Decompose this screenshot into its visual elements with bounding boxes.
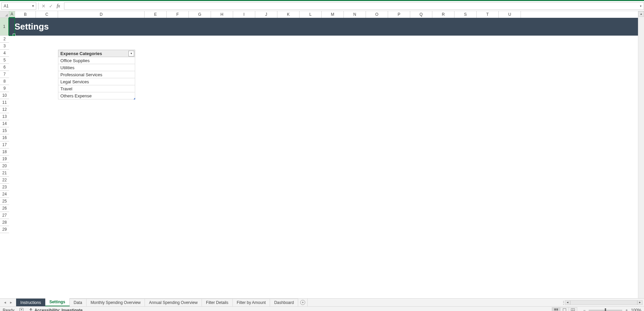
page-break-view-button[interactable] xyxy=(569,307,577,311)
horizontal-scrollbar[interactable]: ◄ ► xyxy=(564,299,644,306)
sheet-tab[interactable]: Data xyxy=(70,299,87,306)
sheet-tab[interactable]: Settings xyxy=(45,298,69,306)
name-box[interactable]: A1 ▼ xyxy=(1,2,36,10)
table-row[interactable]: Travel xyxy=(58,85,135,92)
row-header[interactable]: 16 xyxy=(0,134,9,141)
column-header[interactable]: R xyxy=(432,11,454,18)
row-header[interactable]: 29 xyxy=(0,226,9,233)
row-header[interactable]: 8 xyxy=(0,78,9,85)
column-header[interactable]: J xyxy=(255,11,277,18)
row-header[interactable]: 23 xyxy=(0,184,9,191)
column-header[interactable]: I xyxy=(233,11,255,18)
row-header[interactable]: 27 xyxy=(0,212,9,219)
column-header[interactable]: B xyxy=(15,11,36,18)
zoom-in-button[interactable]: + xyxy=(624,308,629,311)
expense-categories-table: Expense Categories ▼ Office SuppliesUtil… xyxy=(58,50,135,99)
row-header[interactable]: 11 xyxy=(0,99,9,106)
formula-input[interactable] xyxy=(64,2,638,10)
accessibility-status[interactable]: Accessibility: Investigate xyxy=(29,308,83,311)
column-header[interactable]: E xyxy=(145,11,167,18)
table-row[interactable]: Office Supplies xyxy=(58,57,135,64)
row-header[interactable]: 12 xyxy=(0,106,9,113)
row-header[interactable]: 26 xyxy=(0,205,9,212)
scroll-right-button[interactable]: ► xyxy=(637,300,643,305)
column-header[interactable]: G xyxy=(189,11,211,18)
expense-categories-header[interactable]: Expense Categories ▼ xyxy=(58,50,135,57)
row-header[interactable]: 18 xyxy=(0,148,9,156)
status-bar: Ready Accessibility: Investigate − + 100… xyxy=(0,306,644,311)
normal-view-button[interactable] xyxy=(552,307,560,311)
row-header[interactable]: 4 xyxy=(0,50,9,57)
column-header[interactable]: F xyxy=(167,11,189,18)
table-row[interactable]: Utilities xyxy=(58,64,135,71)
sheet-tab[interactable]: Instructions xyxy=(16,299,45,306)
row-header[interactable]: 10 xyxy=(0,92,9,99)
sheet-tab[interactable]: Annual Spending Overview xyxy=(145,299,202,306)
sheet-next-button[interactable]: ► xyxy=(9,301,13,304)
filter-dropdown-button[interactable]: ▼ xyxy=(128,51,134,56)
row-header[interactable]: 1 xyxy=(0,18,9,36)
row-header[interactable]: 25 xyxy=(0,198,9,205)
table-row[interactable]: Others Expense xyxy=(58,92,135,99)
row-header[interactable]: 17 xyxy=(0,141,9,148)
zoom-level[interactable]: 100% xyxy=(631,308,641,311)
formula-expand-button[interactable]: ▾ xyxy=(638,2,644,10)
select-all-corner[interactable] xyxy=(0,11,9,18)
plus-icon: + xyxy=(300,300,305,305)
column-header[interactable]: N xyxy=(344,11,366,18)
spreadsheet-grid[interactable]: ABCDEFGHIJKLMNOPQRSTU 123456789101112131… xyxy=(0,11,644,298)
sheet-tab[interactable]: Filter by Amount xyxy=(233,299,270,306)
column-header[interactable]: H xyxy=(211,11,233,18)
add-sheet-button[interactable]: + xyxy=(298,299,308,306)
formula-cancel-button[interactable]: ✕ xyxy=(40,2,47,10)
sheet-tab[interactable]: Dashboard xyxy=(270,299,298,306)
sheet-tab[interactable]: Filter Details xyxy=(202,299,233,306)
column-header[interactable]: T xyxy=(477,11,499,18)
column-header[interactable]: O xyxy=(366,11,388,18)
svg-point-2 xyxy=(30,308,32,309)
row-header[interactable]: 5 xyxy=(0,57,9,64)
column-header[interactable]: P xyxy=(388,11,410,18)
sheet-tab[interactable]: Monthly Spending Overview xyxy=(87,299,145,306)
column-header[interactable]: A xyxy=(9,11,15,18)
row-header[interactable]: 21 xyxy=(0,170,9,177)
accessibility-label: Accessibility: Investigate xyxy=(35,308,83,311)
scroll-up-button[interactable]: ▲ xyxy=(638,11,644,17)
row-header[interactable]: 2 xyxy=(0,36,9,43)
column-header[interactable]: S xyxy=(454,11,477,18)
chevron-down-icon[interactable]: ▼ xyxy=(32,4,35,8)
row-header[interactable]: 6 xyxy=(0,64,9,71)
scroll-track[interactable] xyxy=(570,300,637,305)
accessibility-icon xyxy=(29,308,33,311)
row-header[interactable]: 24 xyxy=(0,191,9,198)
row-header[interactable]: 7 xyxy=(0,71,9,78)
column-header[interactable]: U xyxy=(499,11,521,18)
row-header[interactable]: 3 xyxy=(0,43,9,50)
column-header[interactable]: Q xyxy=(410,11,432,18)
row-header[interactable]: 28 xyxy=(0,219,9,226)
row-header[interactable]: 22 xyxy=(0,177,9,184)
row-header[interactable]: 19 xyxy=(0,156,9,163)
zoom-thumb[interactable] xyxy=(605,308,606,311)
page-layout-view-button[interactable] xyxy=(560,307,569,311)
row-header[interactable]: 9 xyxy=(0,85,9,92)
column-header[interactable]: D xyxy=(58,11,145,18)
row-header[interactable]: 14 xyxy=(0,120,9,127)
table-row[interactable]: Professional Services xyxy=(58,71,135,78)
formula-enter-button[interactable]: ✓ xyxy=(47,2,55,10)
row-header[interactable]: 13 xyxy=(0,113,9,120)
zoom-slider[interactable] xyxy=(589,310,622,311)
row-header[interactable]: 15 xyxy=(0,127,9,134)
scroll-left-button[interactable]: ◄ xyxy=(565,300,570,305)
macro-record-icon[interactable] xyxy=(19,307,24,311)
cell-mode-label: Ready xyxy=(3,308,14,311)
table-row[interactable]: Legal Services xyxy=(58,78,135,85)
column-header[interactable]: C xyxy=(36,11,58,18)
column-header[interactable]: K xyxy=(277,11,300,18)
row-header[interactable]: 20 xyxy=(0,163,9,170)
column-header[interactable]: M xyxy=(322,11,344,18)
insert-function-button[interactable]: fx xyxy=(55,2,62,10)
zoom-out-button[interactable]: − xyxy=(582,308,587,311)
sheet-prev-button[interactable]: ◄ xyxy=(3,301,7,304)
column-header[interactable]: L xyxy=(300,11,322,18)
